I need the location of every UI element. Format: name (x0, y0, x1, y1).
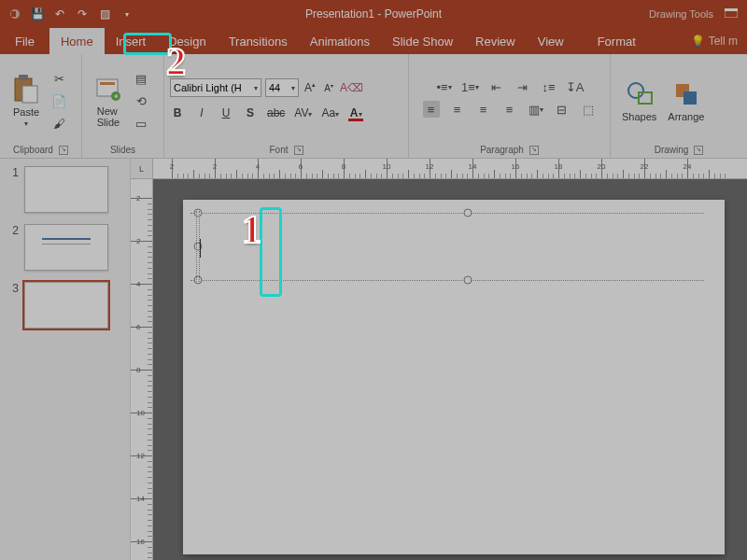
tab-review[interactable]: Review (464, 28, 527, 54)
smartart-icon[interactable]: ⬚ (580, 101, 597, 118)
align-left-button[interactable]: ≡ (423, 101, 440, 118)
tab-animations[interactable]: Animations (299, 28, 381, 54)
tell-me[interactable]: 💡 Tell m (691, 28, 747, 54)
resize-handle[interactable] (464, 276, 472, 285)
slide-editor: L 224681012141618202224 2246810121416 (131, 159, 747, 560)
qat-customize-icon[interactable]: ▾ (120, 7, 134, 21)
tab-transitions[interactable]: Transitions (218, 28, 299, 54)
section-icon[interactable]: ▭ (133, 115, 149, 132)
decrease-indent-icon[interactable]: ⇤ (488, 78, 505, 95)
dialog-launcher-clipboard[interactable] (59, 146, 68, 155)
bold-button[interactable]: B (170, 106, 185, 119)
callout-highlight-textbox (260, 207, 282, 297)
paste-label: Paste (13, 106, 39, 118)
callout-number-2: 2 (166, 39, 186, 84)
thumbnail-slide-2[interactable] (24, 224, 108, 271)
ribbon-tabs: File Home Insert Design Transitions Anim… (0, 28, 747, 54)
line-spacing-icon[interactable]: ↕≡ (541, 78, 557, 95)
svg-rect-5 (19, 75, 28, 80)
format-painter-icon[interactable]: 🖌 (50, 115, 67, 132)
thumbnail-row[interactable]: 1 (6, 166, 124, 213)
align-text-icon[interactable]: ⊟ (554, 101, 571, 118)
new-slide-label: New Slide (97, 105, 120, 128)
arrange-label: Arrange (668, 111, 704, 122)
layout-icon[interactable]: ▤ (133, 70, 149, 87)
thumbnail-number: 3 (6, 282, 19, 295)
align-right-button[interactable]: ≡ (475, 101, 492, 118)
start-from-beginning-icon[interactable]: ▨ (97, 7, 112, 21)
change-case-button[interactable]: Aa▾ (321, 106, 339, 119)
font-color-button[interactable]: A▾ (348, 106, 363, 119)
group-paragraph-label: Paragraph (480, 145, 524, 155)
numbering-icon[interactable]: 1≡▾ (462, 78, 479, 95)
save-icon[interactable]: 💾 (30, 7, 45, 21)
arrange-button[interactable]: Arrange (662, 77, 710, 124)
increase-indent-icon[interactable]: ⇥ (514, 78, 531, 95)
reset-icon[interactable]: ⟲ (133, 92, 149, 109)
vertical-ruler[interactable]: 2246810121416 (131, 179, 153, 560)
shapes-label: Shapes (622, 111, 656, 122)
tab-view[interactable]: View (527, 28, 575, 54)
shapes-icon (625, 79, 655, 109)
group-paragraph: •≡▾ 1≡▾ ⇤ ⇥ ↕≡ ↧A ≡ ≡ ≡ ≡ ▥▾ ⊟ ⬚ Paragra… (409, 54, 611, 158)
svg-rect-8 (100, 82, 115, 85)
redo-icon[interactable]: ↷ (75, 7, 90, 21)
font-size-selector[interactable]: 44 ▾ (265, 78, 299, 97)
tab-format[interactable]: Format (586, 28, 647, 54)
underline-button[interactable]: U (218, 106, 233, 119)
group-clipboard-label: Clipboard (13, 145, 53, 155)
thumbnail-slide-3[interactable] (24, 282, 108, 329)
thumbnail-row[interactable]: 2 (6, 224, 124, 271)
thumbnail-slide-1[interactable] (24, 166, 108, 213)
ruler-corner[interactable]: L (131, 159, 153, 179)
chevron-down-icon: ▾ (291, 84, 295, 92)
cut-icon[interactable]: ✂ (50, 70, 67, 87)
text-direction-icon[interactable]: ↧A (567, 78, 584, 95)
slide-thumbnails-panel: 1 2 3 (0, 159, 131, 560)
strikethrough-button[interactable]: abc (267, 106, 285, 119)
align-center-button[interactable]: ≡ (449, 101, 466, 118)
svg-rect-14 (684, 91, 697, 105)
italic-button[interactable]: I (194, 106, 209, 119)
group-drawing-label: Drawing (655, 145, 689, 155)
svg-rect-6 (22, 86, 37, 103)
dialog-launcher-drawing[interactable] (694, 146, 703, 155)
lightbulb-icon: 💡 (691, 35, 705, 48)
shapes-button[interactable]: Shapes (616, 77, 662, 124)
shadow-button[interactable]: S (243, 106, 258, 119)
undo-icon[interactable]: ↶ (52, 7, 67, 21)
resize-handle[interactable] (464, 209, 472, 217)
dialog-launcher-paragraph[interactable] (529, 146, 539, 155)
clear-formatting-icon[interactable]: A⌫ (340, 81, 363, 94)
group-font: Calibri Light (H ▾ 44 ▾ A▴ A▾ A⌫ B I U S… (164, 54, 409, 158)
horizontal-ruler[interactable]: 224681012141618202224 (153, 159, 747, 179)
tab-home[interactable]: Home (49, 28, 105, 54)
tell-me-label: Tell m (709, 35, 738, 48)
app-icon (7, 7, 22, 21)
grow-font-icon[interactable]: A▴ (303, 81, 317, 94)
new-slide-icon: ✶ (93, 74, 123, 104)
contextual-tab-label: Drawing Tools (649, 8, 713, 20)
workspace: 1 2 3 L 224681012141618202224 2246810121… (0, 159, 747, 560)
arrange-icon (671, 79, 701, 109)
columns-icon[interactable]: ▥▾ (528, 101, 544, 118)
paste-button[interactable]: Paste ▾ (6, 73, 47, 130)
svg-rect-3 (725, 8, 738, 11)
callout-number-1: 1 (242, 207, 261, 252)
tab-file[interactable]: File (0, 28, 49, 54)
svg-rect-1 (11, 11, 16, 17)
shrink-font-icon[interactable]: A▾ (321, 82, 336, 93)
bullets-icon[interactable]: •≡▾ (436, 78, 453, 95)
justify-button[interactable]: ≡ (501, 101, 518, 118)
ribbon-options-icon[interactable] (725, 7, 738, 21)
tab-slideshow[interactable]: Slide Show (381, 28, 464, 54)
char-spacing-button[interactable]: AV▾ (294, 106, 312, 119)
copy-icon[interactable]: 📄 (50, 92, 67, 109)
group-slides-label: Slides (110, 145, 135, 155)
callout-highlight-insert (123, 33, 172, 55)
paste-icon (11, 75, 41, 105)
dialog-launcher-font[interactable] (294, 146, 303, 155)
group-slides: ✶ New Slide ▤ ⟲ ▭ Slides (82, 54, 164, 158)
thumbnail-row[interactable]: 3 (6, 282, 124, 329)
new-slide-button[interactable]: ✶ New Slide (88, 72, 129, 130)
